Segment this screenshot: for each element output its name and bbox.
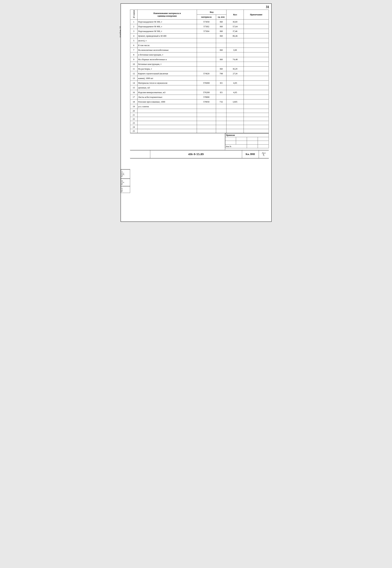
- header-prim: Примечание: [244, 10, 269, 19]
- row-prim: [244, 129, 269, 133]
- table-row: 16Изделия минераловатные, м3576200II34,0…: [130, 90, 269, 95]
- row-number: 25: [130, 129, 137, 133]
- row-edizm: [216, 125, 226, 129]
- row-kol: I0,69: [226, 19, 244, 24]
- album-label: Альбом 10: [119, 26, 122, 38]
- row-mat: [197, 109, 216, 113]
- row-prim: [244, 76, 269, 81]
- row-kol: 4,05: [226, 81, 244, 85]
- row-kol: [226, 95, 244, 100]
- row-name: усл. плиток: [137, 104, 197, 109]
- inv-label: Инп №: [121, 186, 130, 193]
- row-edizm: I68: [216, 24, 226, 29]
- p1c3: [247, 137, 258, 141]
- row-edizm: I68: [216, 34, 226, 38]
- row-prim: [244, 43, 269, 48]
- row-edizm: I68: [216, 48, 226, 52]
- row-number: 14: [130, 81, 137, 85]
- row-number: 24: [130, 125, 137, 129]
- row-edizm: II3: [216, 81, 226, 85]
- p3c3: [247, 145, 258, 148]
- row-edizm: [216, 117, 226, 121]
- row-kol: I,69: [226, 48, 244, 52]
- row-edizm: [216, 76, 226, 81]
- row-mat: [197, 43, 216, 48]
- row-number: 4: [130, 34, 137, 38]
- row-number: 6: [130, 43, 137, 48]
- row-kol: 74,48: [226, 57, 244, 62]
- side-labels-area: Подпись и дп.е Изм инв № Инп №: [121, 169, 130, 193]
- row-prim: [244, 19, 269, 24]
- table-row: 4Цемент, приведенный к М 400I6886,46: [130, 34, 269, 38]
- header-num: № строки: [130, 10, 137, 19]
- row-name: камни), 1000 шт: [137, 76, 197, 81]
- row-name: [137, 129, 197, 133]
- table-row: 25: [130, 129, 269, 133]
- p1c4: [258, 137, 269, 141]
- table-row: 21: [130, 113, 269, 117]
- row-kol: [226, 85, 244, 90]
- row-mat: [197, 76, 216, 81]
- privyazan-left: [130, 133, 225, 150]
- row-edizm: [216, 62, 226, 67]
- row-kol: [226, 52, 244, 57]
- row-kol: I,605: [226, 100, 244, 104]
- header-kod: Код: [197, 10, 226, 15]
- podpis-label: Подпись и дп.е: [121, 169, 130, 179]
- table-row: 10бетонные конструкции, т: [130, 62, 269, 67]
- row-mat: [197, 113, 216, 117]
- row-name: и бетонные конструкции, т: [137, 52, 197, 57]
- row-number: 17: [130, 95, 137, 100]
- row-name: Цемент, приведенный к М 400: [137, 34, 197, 38]
- row-prim: [244, 90, 269, 95]
- row-mat: 576200: [197, 90, 216, 95]
- table-row: 8и бетонные конструкции, т: [130, 52, 269, 57]
- row-edizm: [216, 129, 226, 133]
- row-kol: 27,I4: [226, 71, 244, 76]
- row-kol: I7,46: [226, 29, 244, 34]
- row-mat: 573II2: [197, 24, 216, 29]
- table-row: 2Портландцемент М 400, т573II2I6857,64: [130, 24, 269, 29]
- row-mat: [197, 67, 216, 71]
- row-prim: [244, 81, 269, 85]
- row-name: Кирпич строительный (включая: [137, 71, 197, 76]
- table-row: 17Листы асбестоцементные:578I00: [130, 95, 269, 100]
- row-kol: 57,64: [226, 24, 244, 29]
- header-name: Наименование материала и единица измерен…: [137, 10, 197, 19]
- row-name: На растворы, т: [137, 67, 197, 71]
- table-row: 3Портландцемент М 500, т573II4I68I7,46: [130, 29, 269, 34]
- table-row: 6В том числе:: [130, 43, 269, 48]
- row-kol: I0,29: [226, 67, 244, 71]
- row-number: 21: [130, 113, 137, 117]
- header-edizm: ед. изм: [216, 15, 226, 19]
- row-number: 9: [130, 57, 137, 62]
- row-mat: [197, 125, 216, 129]
- table-row: 1Портландцемент М 300, т573I50I68I0,69: [130, 19, 269, 24]
- privyazan-label: Привязан: [225, 134, 269, 137]
- row-kol: [226, 129, 244, 133]
- row-mat: 574I20: [197, 71, 216, 76]
- row-edizm: [216, 104, 226, 109]
- row-mat: [197, 48, 216, 52]
- row-edizm: I68: [216, 19, 226, 24]
- row-mat: [197, 38, 216, 43]
- row-name: [137, 121, 197, 125]
- row-prim: [244, 71, 269, 76]
- row-kol: [226, 113, 244, 117]
- row-mat: [197, 129, 216, 133]
- table-row: 20: [130, 109, 269, 113]
- row-number: 23: [130, 121, 137, 125]
- row-kol: 4,05: [226, 90, 244, 95]
- p2c4: [258, 141, 269, 145]
- row-edizm: [216, 38, 226, 43]
- row-prim: [244, 113, 269, 117]
- p2c1: [225, 141, 236, 145]
- row-name: Портландцемент М 500, т: [137, 29, 197, 34]
- row-prim: [244, 85, 269, 90]
- table-row: 24: [130, 125, 269, 129]
- row-kol: [226, 38, 244, 43]
- row-kol: [226, 104, 244, 109]
- row-mat: [197, 104, 216, 109]
- table-row: 19усл. плиток: [130, 104, 269, 109]
- row-name: Изделия минераловатные, м3: [137, 90, 197, 95]
